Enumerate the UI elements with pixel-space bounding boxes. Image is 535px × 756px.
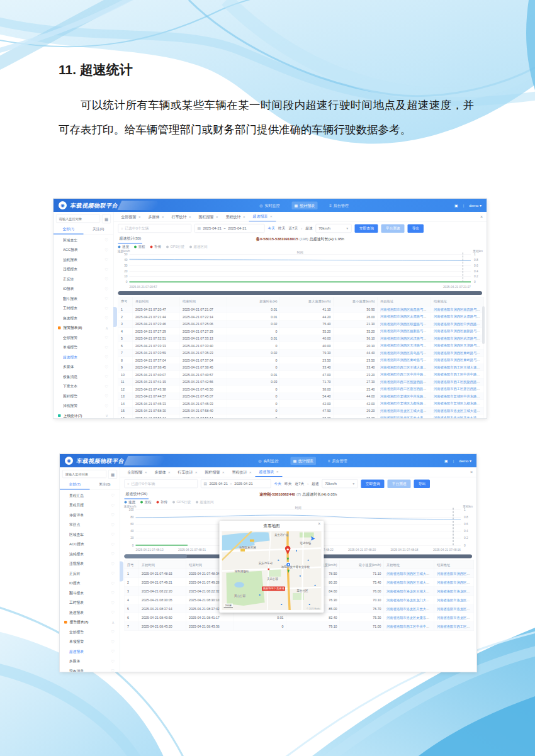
- close-icon[interactable]: ×: [189, 214, 191, 219]
- close-icon[interactable]: ×: [216, 214, 218, 219]
- favorite-icon[interactable]: ♡: [104, 296, 108, 301]
- end-address-link[interactable]: 河南省洛阳市老城区中州东路与新街交叉口东南218米 青…: [434, 394, 484, 398]
- table-row[interactable]: 6 2025-04-21 07:33:33 2025-04-21 07:33:4…: [118, 342, 484, 350]
- favorite-icon[interactable]: ♡: [111, 562, 115, 567]
- export-button[interactable]: 导出: [414, 479, 431, 488]
- sidebar-item[interactable]: 下发文本 ♡: [54, 382, 113, 392]
- end-address-link[interactable]: 河南省洛阳市洛龙区王城大道与牡丹大道交叉口4.7米 洛…: [437, 589, 474, 592]
- sidebar-tab[interactable]: 关注(0): [84, 225, 114, 235]
- sidebar-item[interactable]: 急速报表 ♡: [60, 608, 120, 618]
- table-row[interactable]: 15 2025-04-21 07:58:30 2025-04-21 07:58:…: [118, 407, 484, 414]
- end-address-link[interactable]: 河南省洛阳市涧西区天津路与中州西路交叉口向北 涧西区…: [434, 343, 484, 347]
- favorite-icon[interactable]: ♡: [104, 306, 108, 311]
- quick-7days-link[interactable]: 近7天: [289, 226, 298, 231]
- close-all-tabs-icon[interactable]: ×: [480, 214, 483, 220]
- quick-today-link[interactable]: 今天: [268, 226, 276, 231]
- favorite-icon[interactable]: ♡: [111, 669, 115, 672]
- sidebar-collapse-handle[interactable]: [113, 307, 117, 327]
- start-address-link[interactable]: 河南省洛阳市西工区唐宫西路与涧东路交叉口向东6.8米 洛…: [380, 387, 431, 391]
- end-address-link[interactable]: 河南省洛阳市涧西区南昌路与建设路交叉口北151米 丽都…: [434, 308, 484, 311]
- sidebar-item[interactable]: 围栏报警 ♡: [54, 391, 113, 401]
- user-menu[interactable]: demo ▾: [459, 459, 471, 463]
- favorite-icon[interactable]: ♡: [111, 493, 115, 498]
- sidebar-item[interactable]: 设备消息 ♡: [60, 666, 120, 672]
- tab[interactable]: 全部报警×: [118, 212, 145, 221]
- chart-zoom-slider[interactable]: [118, 291, 483, 295]
- favorite-icon[interactable]: ♡: [111, 601, 115, 606]
- chart-cursor[interactable]: [463, 253, 463, 282]
- favorite-icon[interactable]: ♡: [111, 591, 115, 596]
- start-address-link[interactable]: 河南省洛阳市西工区中州中路与解放路交叉口东北45米 王…: [380, 372, 431, 376]
- sidebar-item[interactable]: 报警报表(8) ∧: [60, 618, 120, 628]
- start-address-link[interactable]: 河南省洛阳市洛龙区开元大道与金城寨街交叉口向西 洛阳…: [380, 416, 431, 418]
- table-row[interactable]: 13 2025-04-21 07:44:57 2025-04-21 07:45:…: [118, 392, 484, 400]
- start-address-link[interactable]: 河南省洛阳市洛龙区开元大道与金城寨街交叉口西 二乔路…: [386, 606, 434, 610]
- end-address-link[interactable]: 河南省洛阳市西工区中州中路与王城大道交叉口向东 王城…: [437, 624, 474, 628]
- legend-item[interactable]: 里程: [134, 245, 145, 250]
- close-icon[interactable]: ×: [138, 214, 141, 219]
- favorite-icon[interactable]: ♡: [111, 513, 115, 518]
- tree-toggle-icon[interactable]: ▦: [108, 470, 117, 479]
- tab[interactable]: 围栏报警×: [195, 212, 222, 221]
- sidebar-item[interactable]: 区域查车 ♡: [60, 530, 120, 540]
- search-input[interactable]: [62, 470, 106, 478]
- favorite-icon[interactable]: ♡: [104, 404, 108, 409]
- tab[interactable]: 里程统计×: [222, 212, 249, 221]
- close-icon[interactable]: ×: [162, 214, 164, 219]
- end-address-link[interactable]: 河南省洛阳市西工区凯旋西路与定鼎路交叉口西北32.4米…: [434, 380, 484, 384]
- start-address-link[interactable]: 河南省洛阳市西工区王城大道与纱厂西路交叉口向西南 西…: [380, 365, 431, 369]
- end-address-link[interactable]: 河南省洛阳市涧西区武汉路与天津路交叉口向东57.8米 洛…: [434, 336, 484, 340]
- legend-item[interactable]: 超速区间: [189, 245, 208, 250]
- window-icon[interactable]: ▣: [454, 203, 458, 208]
- favorite-icon[interactable]: ♡: [111, 630, 115, 635]
- favorite-icon[interactable]: ♡: [111, 532, 115, 537]
- table-row[interactable]: 2 2025-04-21 07:21:44 2025-04-21 07:22:1…: [118, 313, 484, 321]
- sidebar-item[interactable]: 正反转 ♡: [60, 569, 120, 579]
- vehicle-select-input[interactable]: ○已选中0个车辆: [125, 479, 198, 488]
- sidebar-item[interactable]: 里程月报 ♡: [60, 501, 120, 511]
- date-range-input[interactable]: ▤2025-04-21~2025-04-21: [201, 479, 271, 488]
- favorite-icon[interactable]: ♡: [111, 503, 115, 508]
- sidebar-item[interactable]: ACC报表 ♡: [60, 540, 120, 550]
- end-address-link[interactable]: 河南省洛阳市洛龙区龙门大道与关林路交叉口向南西侧 关…: [437, 598, 474, 601]
- table-row[interactable]: 11 2025-04-21 07:41:19 2025-04-21 07:42:…: [118, 378, 484, 386]
- sidebar-item[interactable]: IO报表 ♡: [60, 579, 120, 589]
- start-address-link[interactable]: 河南省洛阳市西工区凯旋西路与解放路交叉口向南路西 洛…: [380, 380, 431, 384]
- user-menu[interactable]: demo ▾: [469, 203, 482, 208]
- start-address-link[interactable]: 河南省洛阳市洛龙区太康东路与厚载门街交叉口向北17米…: [386, 615, 434, 619]
- favorite-icon[interactable]: ♡: [104, 355, 108, 360]
- sidebar-item[interactable]: 全部报警 ♡: [60, 627, 120, 637]
- sidebar-item[interactable]: 上线统计(7) ∨: [54, 411, 113, 418]
- tab[interactable]: 行车统计×: [174, 467, 201, 477]
- favorite-icon[interactable]: ♡: [111, 523, 115, 528]
- sidebar-item[interactable]: 违规报表 ♡: [54, 265, 113, 275]
- query-button[interactable]: 立即查询: [355, 224, 378, 233]
- sidebar-item[interactable]: 超速报表 ♡: [60, 647, 120, 657]
- platform-speed-button[interactable]: 平台测速: [388, 479, 411, 488]
- start-address-link[interactable]: 河南省洛阳市西工区中州中路与定鼎路交叉口向西104米 周…: [386, 624, 434, 628]
- end-address-link[interactable]: 河南省洛阳市涧西区中州西路与二乔路交叉口东南 牡丹桥…: [434, 322, 484, 326]
- favorite-icon[interactable]: ♡: [104, 238, 108, 243]
- start-address-link[interactable]: 河南省洛阳市涧西区王城大道与安乐街交叉口向南1.4米 安…: [386, 580, 434, 584]
- start-address-link[interactable]: 河南省洛阳市洛龙区王城大道与展览路交叉口向北路西 洛…: [386, 589, 434, 592]
- chart-cursor[interactable]: [453, 508, 454, 546]
- table-row[interactable]: 12 2025-04-21 07:43:38 2025-04-21 07:43:…: [118, 386, 484, 393]
- sidebar-item[interactable]: 常驻点 ♡: [60, 520, 120, 530]
- close-all-tabs-icon[interactable]: ×: [470, 470, 473, 475]
- sidebar-item[interactable]: 急速报表 ♡: [54, 313, 113, 323]
- favorite-icon[interactable]: ∨: [105, 413, 108, 418]
- sidebar-tab[interactable]: 关注(0): [90, 480, 120, 490]
- legend-item[interactable]: 补传: [157, 500, 168, 505]
- close-icon[interactable]: ×: [270, 214, 273, 219]
- table-scrollbar[interactable]: [482, 306, 485, 344]
- quick-yesterday-link[interactable]: 昨天: [278, 226, 286, 231]
- favorite-icon[interactable]: ♡: [111, 649, 115, 654]
- sidebar-collapse-handle[interactable]: [120, 562, 123, 582]
- sidebar-item[interactable]: 超速报表 ♡: [54, 352, 113, 362]
- speed-threshold-select[interactable]: 70km/h▼: [316, 224, 352, 233]
- start-address-link[interactable]: 河南省洛阳市洛龙区龙门大道与古城路交叉口向东北22米…: [386, 598, 434, 601]
- table-row[interactable]: 16 2025-04-21 07:59:14 2025-04-21 07:59:…: [118, 414, 484, 418]
- table-row[interactable]: 7 2025-04-21 07:33:59 2025-04-21 07:35:2…: [118, 349, 484, 357]
- legend-item[interactable]: GPS行驶: [172, 500, 191, 505]
- map-canvas[interactable]: 美生活广场迎达市场洛阳新村花园安乐汽车站洛阳科技中等专业学校洛阳博物馆天元公园南…: [222, 531, 322, 611]
